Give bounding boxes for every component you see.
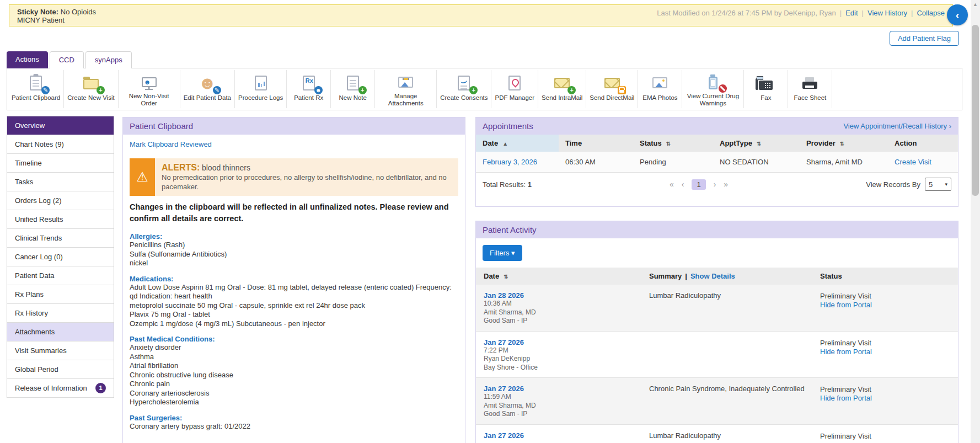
collapse-panel-button[interactable]: ‹ <box>947 4 968 25</box>
toolbar-button-send-directmail[interactable]: Send DirectMail <box>586 70 638 108</box>
sidebar-item-tasks[interactable]: Tasks <box>7 173 114 191</box>
toolbar-button-new-note[interactable]: + New Note <box>331 70 375 108</box>
activity-column-header-date[interactable]: Date⇅ <box>476 268 641 285</box>
tab-ccd[interactable]: CCD <box>50 51 84 68</box>
show-details-link[interactable]: Show Details <box>690 272 735 280</box>
toolbar-button-fax[interactable]: Fax <box>744 70 788 108</box>
activity-status: Preliminary Visit <box>820 385 958 394</box>
toolbar-button-ema-photos[interactable]: EMA Photos <box>638 70 682 108</box>
toolbar-button-view-current-drug-warnings[interactable]: View Current Drug Warnings <box>682 70 744 108</box>
toolbar-button-send-intramail[interactable]: + Send IntraMail <box>538 70 586 108</box>
pdf-icon <box>504 72 526 93</box>
column-header-status[interactable]: Status⇅ <box>633 135 713 152</box>
activity-row: Jan 27 2026 Lumbar Radiculopathy Prelimi… <box>476 425 958 443</box>
sidebar-item-global-period[interactable]: Global Period <box>7 360 114 379</box>
activity-provider: Ryan DeKenipp <box>484 355 641 364</box>
sort-icon: ⇅ <box>504 274 508 280</box>
scroll-up-arrow-icon[interactable]: ▲ <box>971 0 980 9</box>
sort-icon: ⇅ <box>840 141 844 147</box>
tab-actions[interactable]: Actions <box>7 51 48 68</box>
hide-from-portal-link[interactable]: Hide from Portal <box>820 394 958 402</box>
sidebar-item-unified-results[interactable]: Unified Results <box>7 210 114 229</box>
toolbar-button-create-consents[interactable]: + Create Consents <box>437 70 491 108</box>
scrollbar-thumb[interactable] <box>972 25 979 196</box>
filters-button[interactable]: Filters ▾ <box>483 245 522 261</box>
warning-triangle-icon: ⚠ <box>130 158 155 196</box>
toolbar-button-manage-attachments[interactable]: Manage Attachments <box>375 70 437 108</box>
separator <box>907 9 917 17</box>
patient-activity-panel-title: Patient Activity <box>483 225 537 234</box>
toolbar-button-new-non-visit-order[interactable]: ☻ New Non-Visit Order <box>119 70 180 108</box>
condition-item: Hypercholesterolemia <box>130 398 458 407</box>
sidebar-item-cancer-log[interactable]: Cancer Log (0) <box>7 248 114 266</box>
view-records-by-select[interactable]: 5 ▾ <box>925 178 951 191</box>
sticky-view-history-link[interactable]: View History <box>867 9 907 17</box>
vertical-scrollbar[interactable]: ▲ <box>971 0 980 443</box>
appointment-date-link[interactable]: February 3, 2026 <box>483 158 537 166</box>
pagination-next-button[interactable]: › <box>714 180 716 189</box>
create-visit-link[interactable]: Create Visit <box>895 158 931 166</box>
folder-plus-icon: + <box>80 72 102 93</box>
sticky-note-line2: MICNY Patient <box>17 16 96 24</box>
column-header-date[interactable]: Date▲ <box>476 135 559 152</box>
activity-date-link[interactable]: Jan 27 2026 <box>484 338 641 346</box>
document-chart-icon <box>250 72 272 93</box>
pagination-last-button[interactable]: » <box>724 180 728 189</box>
pagination-prev-button[interactable]: ‹ <box>682 180 684 189</box>
add-patient-flag-button[interactable]: Add Patient Flag <box>890 31 959 46</box>
sort-icon: ⇅ <box>666 141 671 147</box>
sticky-collapse-link[interactable]: Collapse <box>917 9 945 17</box>
sidebar-item-rx-history[interactable]: Rx History <box>7 304 114 323</box>
column-header-appttype[interactable]: ApptType⇅ <box>713 135 800 152</box>
activity-time: 10:36 AM <box>484 300 641 308</box>
no-circle-badge-icon <box>719 84 727 93</box>
envelope-lock-icon <box>601 72 623 93</box>
signature-plus-icon: + <box>453 72 475 93</box>
sidebar-item-rx-plans[interactable]: Rx Plans <box>7 285 114 304</box>
mark-clipboard-reviewed-link[interactable]: Mark Clipboard Reviewed <box>130 140 212 148</box>
sidebar-item-visit-summaries[interactable]: Visit Summaries <box>7 341 114 360</box>
hide-from-portal-link[interactable]: Hide from Portal <box>820 348 958 356</box>
toolbar-button-edit-patient-data[interactable]: ☻✎ Edit Patient Data <box>180 70 235 108</box>
action-tabs: Actions CCD synApps <box>7 51 132 68</box>
sidebar-item-orders-log[interactable]: Orders Log (2) <box>7 191 114 210</box>
tab-synapps[interactable]: synApps <box>85 51 132 68</box>
pagination: « ‹ 1 › » <box>532 179 866 190</box>
toolbar-button-pdf-manager[interactable]: PDF Manager <box>491 70 538 108</box>
medication-item: Adult Low Dose Aspirin 81 mg Oral - Dose… <box>130 283 458 301</box>
toolbar-button-face-sheet[interactable]: Face Sheet <box>788 70 832 108</box>
sticky-note-text: No Opioids <box>61 8 96 16</box>
sidebar-item-release-of-information[interactable]: Release of Information1 <box>7 379 114 398</box>
activity-status: Preliminary Visit <box>820 338 958 348</box>
toolbar-button-create-new-visit[interactable]: + Create New Visit <box>64 70 118 108</box>
allergy-item: Sulfa (Sulfonamide Antibiotics) <box>130 250 458 259</box>
sidebar-item-attachments[interactable]: Attachments <box>7 323 114 341</box>
column-header-provider[interactable]: Provider⇅ <box>800 135 888 152</box>
past-medical-conditions-heading: Past Medical Conditions: <box>130 335 458 343</box>
sidebar-item-clinical-trends[interactable]: Clinical Trends <box>7 229 114 248</box>
view-records-by-label: View Records By <box>866 180 920 189</box>
pagination-current-page[interactable]: 1 <box>692 179 705 190</box>
activity-date-link[interactable]: Jan 27 2026 <box>484 385 641 393</box>
sidebar-item-chart-notes[interactable]: Chart Notes (9) <box>7 135 114 154</box>
printer-icon <box>799 72 821 93</box>
appointments-header-row: Date▲ Time Status⇅ ApptType⇅ Provider⇅ A… <box>476 135 958 152</box>
activity-row: Jan 27 2026 11:59 AM Amit Sharma, MD Goo… <box>476 378 958 425</box>
sidebar-item-patient-data[interactable]: Patient Data <box>7 266 114 285</box>
appointment-time: 06:30 AM <box>559 152 633 173</box>
sidebar-item-overview[interactable]: Overview <box>7 116 114 135</box>
activity-date-link[interactable]: Jan 28 2026 <box>484 291 641 300</box>
toolbar-button-patient-clipboard[interactable]: ✎ Patient Clipboard <box>8 70 64 108</box>
past-surgeries-heading: Past Surgeries: <box>130 414 458 422</box>
activity-date-link[interactable]: Jan 27 2026 <box>484 431 641 440</box>
toolbar-button-patient-rx[interactable]: Patient Rx <box>287 70 331 108</box>
toolbar-button-procedure-logs[interactable]: Procedure Logs <box>235 70 287 108</box>
hide-from-portal-link[interactable]: Hide from Portal <box>820 301 958 309</box>
total-results: Total Results: 1 <box>483 180 532 189</box>
column-header-time[interactable]: Time <box>559 135 633 152</box>
sticky-edit-link[interactable]: Edit <box>845 9 858 17</box>
pagination-first-button[interactable]: « <box>670 180 674 189</box>
photos-icon <box>649 72 671 93</box>
sidebar-item-timeline[interactable]: Timeline <box>7 154 114 173</box>
view-appointment-recall-history-link[interactable]: View Appointment/Recall History › <box>843 122 951 130</box>
